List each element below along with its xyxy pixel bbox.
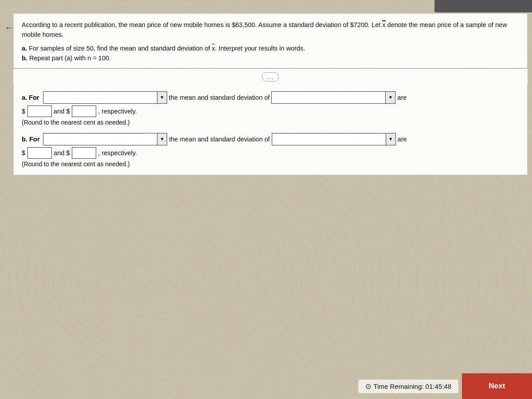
part-b-label: b. For bbox=[22, 136, 39, 143]
part-b-dollar2: $ bbox=[66, 149, 70, 156]
part-b-round-note: (Round to the nearest cent as needed.) bbox=[22, 160, 519, 168]
part-a-answer-row2: $ and $ , respectively. bbox=[22, 106, 519, 117]
clock-icon: ⊙ bbox=[365, 382, 371, 391]
part-b-answer-row1: b. For ▼ the mean and standard deviation… bbox=[22, 133, 519, 145]
part-a-respectively: , respectively. bbox=[98, 108, 137, 115]
more-btn-row: ... bbox=[13, 69, 528, 84]
time-value: 01:45:48 bbox=[426, 383, 451, 390]
part-b-dropdown2-input[interactable] bbox=[272, 135, 386, 144]
part-b-question: b. Repeat part (a) with n = 100. bbox=[22, 53, 519, 63]
answers-box: a. For ▼ the mean and standard deviation… bbox=[13, 84, 528, 175]
more-button[interactable]: ... bbox=[262, 72, 279, 82]
part-b-dropdown2[interactable]: ▼ bbox=[272, 133, 396, 145]
part-b-dropdown1-input[interactable] bbox=[43, 135, 157, 144]
part-a-dropdown1-input[interactable] bbox=[43, 93, 157, 102]
question-box: According to a recent publication, the m… bbox=[13, 13, 528, 68]
back-arrow-icon[interactable]: ← bbox=[4, 22, 14, 34]
part-a-are-text: are bbox=[397, 94, 407, 101]
part-b-mid-text: the mean and standard deviation of bbox=[169, 136, 270, 143]
part-a-input1[interactable] bbox=[27, 106, 52, 117]
part-a-dollar1: $ bbox=[22, 108, 25, 115]
part-b-dropdown2-arrow[interactable]: ▼ bbox=[386, 133, 395, 145]
time-label: Time Remaining: bbox=[374, 383, 424, 390]
part-a-round-note: (Round to the nearest cent as needed.) bbox=[22, 119, 519, 126]
bottom-bar: ⊙ Time Remaining: 01:45:48 Next bbox=[0, 373, 532, 399]
part-b-are-text: are bbox=[398, 136, 407, 143]
part-b-and-text: and bbox=[54, 149, 64, 156]
part-a-answer-row1: a. For ▼ the mean and standard deviation… bbox=[22, 91, 519, 104]
top-bar bbox=[434, 0, 532, 12]
part-a-dropdown2-input[interactable] bbox=[272, 93, 385, 102]
part-a-dollar2: $ bbox=[66, 108, 70, 115]
part-b-input1[interactable] bbox=[27, 147, 52, 159]
part-a-input2[interactable] bbox=[72, 106, 96, 117]
part-b-dropdown1[interactable]: ▼ bbox=[43, 133, 167, 145]
part-a-label: a. For bbox=[22, 94, 39, 101]
main-content: According to a recent publication, the m… bbox=[13, 13, 528, 372]
part-b-dollar1: $ bbox=[22, 149, 25, 156]
part-a-dropdown1-arrow[interactable]: ▼ bbox=[157, 92, 167, 103]
part-a-question: a. For samples of size 50, find the mean… bbox=[22, 43, 519, 53]
part-b-dropdown1-arrow[interactable]: ▼ bbox=[157, 133, 167, 145]
part-a-dropdown2[interactable]: ▼ bbox=[271, 91, 395, 104]
time-remaining-display: ⊙ Time Remaining: 01:45:48 bbox=[358, 379, 458, 393]
question-intro: According to a recent publication, the m… bbox=[22, 20, 519, 40]
next-button[interactable]: Next bbox=[462, 373, 532, 399]
part-a-dropdown2-arrow[interactable]: ▼ bbox=[385, 92, 395, 103]
part-a-and-text: and bbox=[54, 108, 64, 115]
part-b-answer-row2: $ and $ , respectively. bbox=[22, 147, 519, 159]
part-b-respectively: , respectively. bbox=[98, 149, 137, 156]
sub-questions: a. For samples of size 50, find the mean… bbox=[22, 43, 519, 63]
part-a-dropdown1[interactable]: ▼ bbox=[43, 91, 167, 104]
part-a-mid-text: the mean and standard deviation of bbox=[169, 94, 270, 101]
part-b-input2[interactable] bbox=[72, 147, 96, 159]
